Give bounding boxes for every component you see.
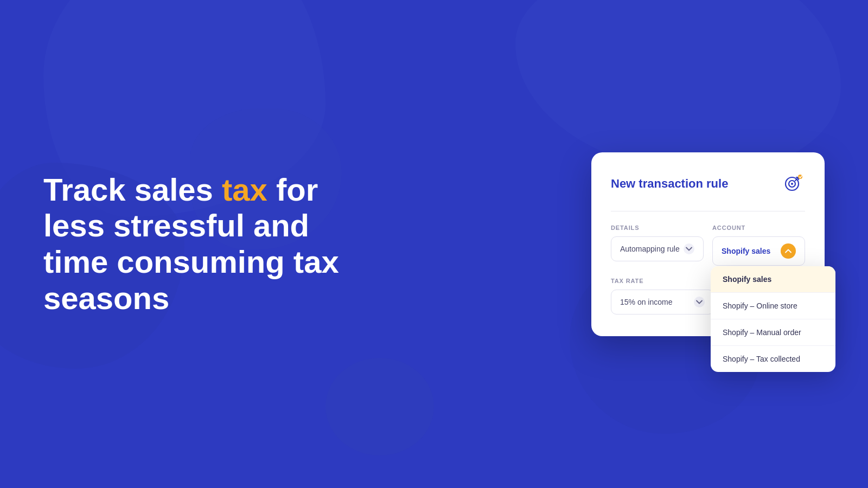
account-value: Shopify sales: [722, 247, 770, 255]
details-chevron-icon: [684, 243, 694, 254]
headline-highlight: tax: [222, 172, 267, 207]
card-divider: [611, 211, 805, 211]
dropdown-item-2[interactable]: Shopify – Manual order: [711, 319, 835, 346]
left-section: Track sales tax for less stressful and t…: [43, 172, 445, 317]
account-dropdown: Shopify salesShopify – Online storeShopi…: [711, 266, 835, 372]
tax-rate-chevron-icon: [694, 297, 705, 307]
card-title: New transaction rule: [611, 177, 728, 191]
fields-row: DETAILS Automapping rule ACCOUNT: [611, 224, 805, 266]
account-label: ACCOUNT: [712, 224, 805, 231]
target-icon: [781, 172, 805, 196]
dropdown-item-0[interactable]: Shopify sales: [711, 266, 835, 293]
tax-rate-value: 15% on income: [620, 298, 673, 306]
dropdown-item-1[interactable]: Shopify – Online store: [711, 293, 835, 319]
transaction-rule-card: New transaction rule DETAILS: [591, 152, 825, 336]
tax-rate-select[interactable]: 15% on income: [611, 290, 714, 314]
main-content: Track sales tax for less stressful and t…: [0, 0, 868, 488]
details-field-col: DETAILS Automapping rule: [611, 224, 704, 266]
details-label: DETAILS: [611, 224, 704, 231]
dropdown-item-3[interactable]: Shopify – Tax collected: [711, 346, 835, 372]
details-select[interactable]: Automapping rule: [611, 236, 704, 261]
account-field-col: ACCOUNT Shopify sales: [712, 224, 805, 266]
headline-text-1: Track sales: [43, 172, 222, 207]
account-chevron-up-icon[interactable]: [781, 243, 796, 259]
account-select[interactable]: Shopify sales: [712, 236, 805, 266]
card-header: New transaction rule: [611, 172, 805, 196]
right-section: New transaction rule DETAILS: [445, 152, 825, 336]
headline: Track sales tax for less stressful and t…: [43, 172, 347, 317]
details-value: Automapping rule: [620, 245, 680, 253]
svg-point-6: [798, 175, 802, 179]
svg-point-2: [791, 183, 793, 185]
